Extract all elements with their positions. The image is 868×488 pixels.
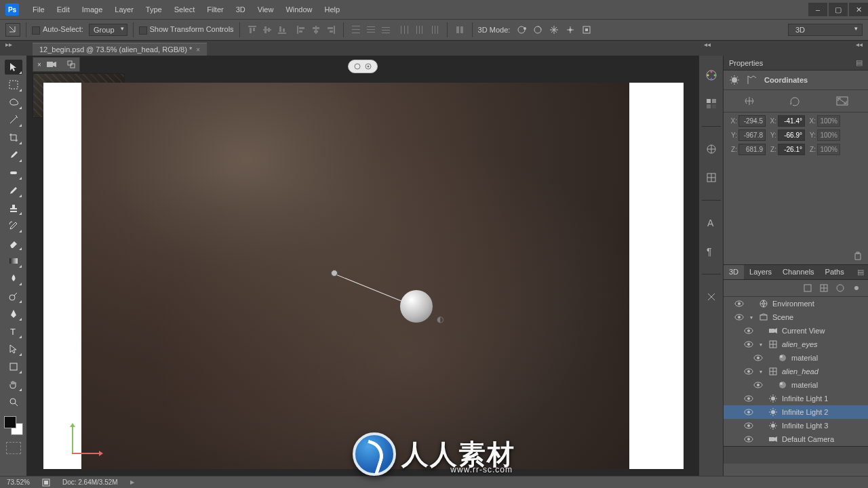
status-caret-icon[interactable]: ▶ xyxy=(130,479,134,485)
tree-row-infinite-light-3[interactable]: Infinite Light 3 xyxy=(724,419,868,432)
align-hcenter-icon[interactable] xyxy=(309,24,323,36)
align-vcenter-icon[interactable] xyxy=(260,24,274,36)
auto-align-icon[interactable] xyxy=(453,24,467,36)
rot-x-input[interactable]: -41.4° xyxy=(778,115,805,127)
visibility-eye-icon[interactable] xyxy=(753,354,763,361)
roll-icon[interactable] xyxy=(532,24,544,36)
visibility-eye-icon[interactable] xyxy=(744,395,753,402)
swap-thumb-icon[interactable] xyxy=(67,60,75,68)
scale-icon[interactable] xyxy=(580,24,593,36)
orbit-icon[interactable] xyxy=(515,24,528,36)
distribute-vcenter-icon[interactable] xyxy=(364,24,378,36)
tree-row-alien-eyes[interactable]: ▾alien_eyes xyxy=(724,338,868,351)
twisty-icon[interactable]: ▾ xyxy=(757,369,764,375)
magic-wand-tool[interactable] xyxy=(5,113,22,127)
collapse-panels-icon[interactable]: ◂◂ xyxy=(704,41,711,48)
show-transform-checkbox[interactable]: Show Transform Controls xyxy=(139,25,234,34)
menu-layer[interactable]: Layer xyxy=(109,3,139,16)
tree-row-material[interactable]: material xyxy=(724,351,868,365)
swatches-panel-icon[interactable] xyxy=(704,96,719,111)
tab-layers[interactable]: Layers xyxy=(744,265,777,279)
camera-icon[interactable] xyxy=(47,61,56,68)
close-button[interactable]: ✕ xyxy=(849,3,868,16)
workspace-switcher[interactable]: 3D xyxy=(788,24,863,36)
pen-tool[interactable] xyxy=(5,306,22,321)
menu-help[interactable]: Help xyxy=(319,3,346,16)
tab-channels[interactable]: Channels xyxy=(777,265,819,279)
tool-preset-picker[interactable] xyxy=(5,23,20,37)
zoom-tool[interactable] xyxy=(5,394,22,409)
twisty-icon[interactable]: ▾ xyxy=(757,342,764,348)
distribute-bottom-icon[interactable] xyxy=(379,24,393,36)
maximize-button[interactable]: ▢ xyxy=(829,3,848,16)
light-icon[interactable] xyxy=(729,75,740,85)
panel-menu-icon[interactable]: ▤ xyxy=(856,58,863,67)
menu-file[interactable]: File xyxy=(27,3,50,16)
twisty-icon[interactable]: ▾ xyxy=(748,314,755,321)
close-icon[interactable]: × xyxy=(196,46,200,54)
rot-z-input[interactable]: -26.1° xyxy=(778,144,805,155)
rot-y-input[interactable]: -66.9° xyxy=(778,129,805,141)
auto-select-checkbox[interactable]: Auto-Select: xyxy=(32,25,83,34)
tree-row-infinite-light-2[interactable]: Infinite Light 2 xyxy=(724,405,868,419)
doc-size-readout[interactable]: Doc: 2.64M/3.52M xyxy=(62,479,118,486)
properties-tab[interactable]: Properties▤ xyxy=(724,56,868,70)
visibility-eye-icon[interactable] xyxy=(744,422,753,429)
filter-scene-icon[interactable] xyxy=(803,283,812,293)
stamp-tool[interactable] xyxy=(5,201,22,216)
tree-row-environment[interactable]: Environment xyxy=(724,297,868,310)
scale-mode-icon[interactable] xyxy=(827,94,858,108)
menu-3d[interactable]: 3D xyxy=(231,3,251,16)
scale-x-input[interactable]: 100% xyxy=(817,115,840,127)
move-mode-icon[interactable] xyxy=(734,94,765,108)
move-tool[interactable] xyxy=(5,60,22,75)
lasso-tool[interactable] xyxy=(5,95,22,110)
menu-window[interactable]: Window xyxy=(280,3,317,16)
panel-menu-icon[interactable]: ▤ xyxy=(853,265,868,279)
visibility-eye-icon[interactable] xyxy=(734,300,744,307)
menu-view[interactable]: View xyxy=(252,3,279,16)
tab-paths[interactable]: Paths xyxy=(820,265,850,279)
pan-icon[interactable] xyxy=(548,24,560,36)
distribute-hcenter-icon[interactable] xyxy=(413,24,427,36)
color-panel-icon[interactable] xyxy=(704,68,719,83)
light-sphere-icon[interactable] xyxy=(400,290,433,323)
distribute-top-icon[interactable] xyxy=(349,24,363,36)
auto-select-dropdown[interactable]: Group xyxy=(89,24,127,36)
pos-y-input[interactable]: -967.8 xyxy=(738,129,766,141)
filter-material-icon[interactable] xyxy=(835,283,845,293)
filter-mesh-icon[interactable] xyxy=(819,283,829,293)
hand-tool[interactable] xyxy=(5,377,22,392)
reset-coordinates-icon[interactable] xyxy=(853,251,863,260)
pos-z-input[interactable]: 681.9 xyxy=(738,144,766,155)
distribute-left-icon[interactable] xyxy=(398,24,412,36)
scale-z-input[interactable]: 100% xyxy=(817,144,840,155)
brush-tool[interactable] xyxy=(5,183,22,198)
adjustments-panel-icon[interactable] xyxy=(704,142,719,157)
visibility-eye-icon[interactable] xyxy=(744,368,753,375)
align-left-icon[interactable] xyxy=(294,24,308,36)
coordinates-icon[interactable] xyxy=(747,75,757,85)
filter-light-icon[interactable] xyxy=(852,283,861,293)
tab-3d[interactable]: 3D xyxy=(724,265,744,279)
close-thumb-icon[interactable]: × xyxy=(37,61,41,68)
menu-type[interactable]: Type xyxy=(140,3,167,16)
rotate-mode-icon[interactable] xyxy=(780,94,811,108)
visibility-eye-icon[interactable] xyxy=(744,409,753,415)
dodge-tool[interactable] xyxy=(5,289,22,304)
paragraph-panel-icon[interactable]: ¶ xyxy=(704,244,719,259)
character-panel-icon[interactable]: A xyxy=(704,216,719,230)
3d-on-canvas-widget[interactable] xyxy=(348,60,378,73)
marquee-tool[interactable] xyxy=(5,77,22,92)
tool-presets-panel-icon[interactable] xyxy=(704,289,719,304)
blur-tool[interactable] xyxy=(5,271,22,286)
menu-select[interactable]: Select xyxy=(169,3,201,16)
visibility-eye-icon[interactable] xyxy=(744,341,753,348)
tree-row-infinite-light-1[interactable]: Infinite Light 1 xyxy=(724,392,868,405)
visibility-eye-icon[interactable] xyxy=(744,436,753,443)
zoom-readout[interactable]: 73.52% xyxy=(7,479,30,486)
visibility-eye-icon[interactable] xyxy=(744,327,753,334)
gradient-tool[interactable] xyxy=(5,253,22,268)
tree-row-scene[interactable]: ▾Scene xyxy=(724,310,868,324)
light-manipulator[interactable]: ◐ xyxy=(335,274,410,274)
